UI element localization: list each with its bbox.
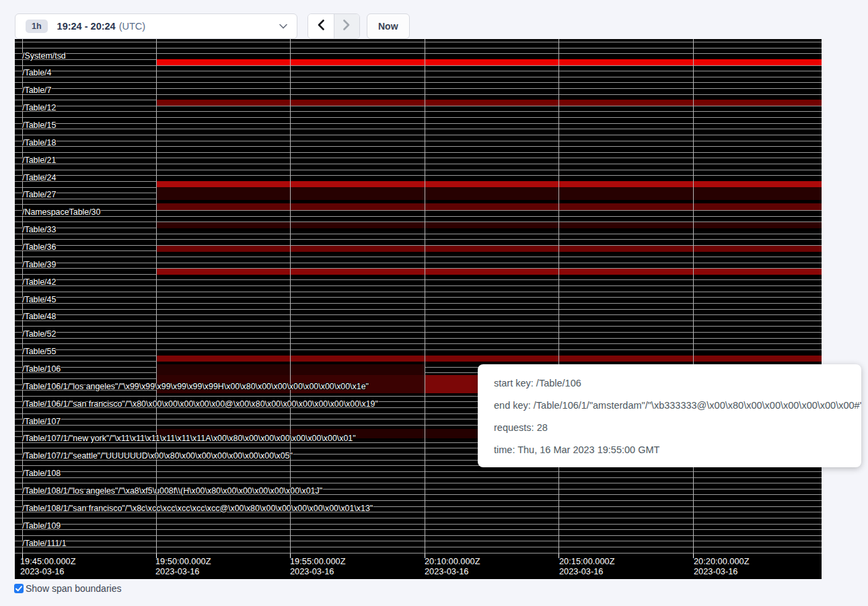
heat-band[interactable] xyxy=(156,181,822,187)
span-boundary-line xyxy=(15,239,822,240)
span-key-label: /Table/106 xyxy=(22,364,61,374)
span-tooltip: start key: /Table/106 end key: /Table/10… xyxy=(478,364,861,467)
time-axis: 19:45:00.000Z2023-03-1619:50:00.000Z2023… xyxy=(15,553,822,579)
span-boundary-line xyxy=(15,483,822,483)
span-boundary-line xyxy=(15,257,822,257)
span-key-label: /Table/12 xyxy=(22,103,56,112)
time-bucket-boundary-line xyxy=(693,39,694,553)
span-boundary-line xyxy=(15,332,822,333)
span-key-label: /Table/33 xyxy=(22,225,56,234)
span-boundary-line xyxy=(15,279,822,280)
span-boundary-line xyxy=(15,88,822,89)
time-range-timezone: (UTC) xyxy=(119,21,145,32)
span-boundary-line xyxy=(15,175,822,176)
time-axis-label: 20:20:00.000Z2023-03-16 xyxy=(694,556,750,576)
chevron-left-icon xyxy=(317,20,325,33)
span-key-label: /Table/109 xyxy=(22,521,61,531)
time-range-nav xyxy=(308,13,360,39)
span-key-label: /Table/107/1/"new york"/"\x11\x11\x11\x1… xyxy=(22,434,356,443)
show-span-boundaries-checkbox[interactable] xyxy=(14,584,24,593)
span-boundary-line xyxy=(15,338,822,339)
span-boundary-line xyxy=(15,343,822,344)
span-boundary-line xyxy=(15,314,822,315)
time-range-preset-badge: 1h xyxy=(26,20,48,33)
span-boundary-line xyxy=(15,285,822,286)
span-key-label: /Table/18 xyxy=(22,138,56,147)
chevron-right-icon xyxy=(342,20,351,33)
span-key-label: /Table/107/1/"seattle"/"UUUUUUD\x00\x80\… xyxy=(22,451,293,461)
span-key-label: /Table/111/1 xyxy=(22,539,67,548)
span-boundary-line xyxy=(15,77,822,77)
time-range-selector[interactable]: 1h 19:24 - 20:24 (UTC) xyxy=(15,13,297,39)
span-boundary-line xyxy=(15,535,822,536)
span-boundary-line xyxy=(15,303,822,304)
heat-band[interactable] xyxy=(156,356,822,362)
heat-band[interactable] xyxy=(156,203,822,210)
span-boundary-line xyxy=(15,326,822,327)
span-boundary-line xyxy=(15,123,822,124)
span-boundary-line xyxy=(15,477,822,478)
heat-band[interactable] xyxy=(156,222,822,228)
span-boundary-line xyxy=(15,292,822,292)
heat-band[interactable] xyxy=(156,269,822,275)
span-boundary-line xyxy=(15,158,822,158)
time-bucket-boundary-line xyxy=(425,39,425,553)
span-boundary-line xyxy=(15,53,822,54)
span-key-label: /Table/45 xyxy=(22,295,56,304)
heat-band[interactable] xyxy=(156,246,822,252)
span-key-label: /Table/24 xyxy=(22,173,56,182)
span-key-label: /Table/52 xyxy=(22,329,56,339)
time-axis-label: 20:10:00.000Z2023-03-16 xyxy=(425,556,480,576)
span-boundary-line xyxy=(15,48,822,48)
span-boundary-line xyxy=(15,500,822,501)
span-key-label: /Table/48 xyxy=(22,312,56,321)
chevron-down-icon xyxy=(279,24,287,29)
time-bucket-boundary-line xyxy=(290,39,291,553)
time-axis-label: 19:50:00.000Z2023-03-16 xyxy=(155,556,211,576)
key-visualizer-canvas[interactable]: /System/tsd/Table/4/Table/7/Table/12/Tab… xyxy=(15,39,822,579)
span-key-label: /Table/107 xyxy=(22,417,61,426)
span-boundary-line xyxy=(15,349,822,350)
span-boundary-line xyxy=(15,263,822,263)
span-key-label: /Table/108/1/"san francisco"/"\x8c\xcc\x… xyxy=(22,504,373,513)
time-bucket-boundary-line xyxy=(558,39,559,553)
span-boundary-line xyxy=(15,170,822,170)
span-boundary-line xyxy=(15,524,822,525)
span-boundary-line xyxy=(15,234,822,234)
time-axis-label: 19:55:00.000Z2023-03-16 xyxy=(290,556,346,576)
span-key-label: /Table/21 xyxy=(22,156,56,165)
span-boundary-line xyxy=(15,111,822,112)
time-range-value: 19:24 - 20:24 xyxy=(57,21,116,32)
tooltip-end-key: end key: /Table/106/1/"amsterdam"/"\xb33… xyxy=(494,395,845,417)
span-key-label: /Table/4 xyxy=(22,68,51,77)
span-boundary-line xyxy=(15,471,822,472)
span-boundary-line xyxy=(15,529,822,530)
heat-band[interactable] xyxy=(156,187,822,200)
span-boundary-line xyxy=(15,164,822,164)
now-button[interactable]: Now xyxy=(367,13,410,39)
span-key-label: /Table/27 xyxy=(22,190,56,199)
span-key-label: /Table/42 xyxy=(22,277,56,287)
span-boundary-line xyxy=(15,309,822,310)
tooltip-time: time: Thu, 16 Mar 2023 19:55:00 GMT xyxy=(494,439,845,461)
span-boundary-line xyxy=(15,146,822,147)
span-boundary-line xyxy=(15,42,822,42)
toolbar: 1h 19:24 - 20:24 (UTC) Now xyxy=(15,13,410,39)
span-boundary-line xyxy=(15,117,822,118)
span-key-label: /Table/106/1/"san francisco"/"\x80\x00\x… xyxy=(22,399,378,409)
span-boundary-line xyxy=(15,141,822,141)
span-key-label: /Table/108 xyxy=(22,469,61,478)
next-range-button[interactable] xyxy=(334,14,360,38)
span-boundary-line xyxy=(15,152,822,153)
heat-band[interactable] xyxy=(156,59,822,65)
span-boundary-line xyxy=(15,82,822,83)
previous-range-button[interactable] xyxy=(308,14,334,38)
span-boundary-line xyxy=(15,71,822,71)
heat-band[interactable] xyxy=(156,100,822,106)
span-boundary-line xyxy=(15,135,822,135)
span-boundary-line xyxy=(15,518,822,518)
span-boundary-line xyxy=(15,94,822,95)
span-key-label: /Table/15 xyxy=(22,121,56,130)
time-axis-label: 19:45:00.000Z2023-03-16 xyxy=(20,556,76,576)
tooltip-requests: requests: 28 xyxy=(494,417,845,439)
